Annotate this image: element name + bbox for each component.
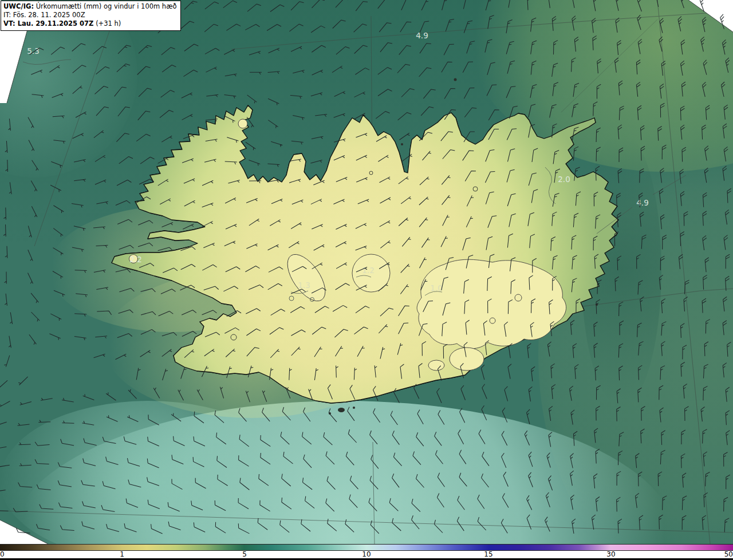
- colorbar-tick: 10: [362, 550, 371, 558]
- colorbar-tick: 0: [0, 550, 5, 558]
- colorbar-tick: 1: [120, 550, 124, 558]
- contour-label: 4.9: [416, 31, 428, 40]
- title-box: UWC/IG: Úrkomumætti (mm) og vindur i 100…: [1, 1, 181, 31]
- contour-label: 2.0: [558, 175, 570, 184]
- model-id: UWC/IG:: [3, 2, 34, 10]
- colorbar-tick: 15: [484, 550, 492, 558]
- contour-label: 2.2: [129, 255, 141, 264]
- colorbar-tick: 5: [242, 550, 247, 558]
- island-grimsey: [454, 78, 457, 81]
- init-time-line: IT: Fös. 28. 11. 2025 00Z: [3, 11, 177, 19]
- map-canvas: 5.34.92.04.92.21.31.21.0 UWC/IG: Úrkomum…: [0, 0, 733, 544]
- contour-label: 1.2: [362, 266, 374, 275]
- colorbar-tick: 50: [724, 550, 733, 558]
- title-line-model: UWC/IG: Úrkomumætti (mm) og vindur i 100…: [3, 2, 177, 11]
- contour-label: 5.3: [27, 46, 39, 56]
- contour-label: 1.3: [298, 281, 310, 290]
- island-heimaey: [338, 408, 345, 412]
- iceland-precip-wind-map: 5.34.92.04.92.21.31.21.0: [0, 0, 733, 544]
- glacier-eyjafjallajokull: [428, 360, 444, 370]
- weather-chart: 5.34.92.04.92.21.31.21.0 UWC/IG: Úrkomum…: [0, 0, 733, 560]
- contour-label: 1.0: [430, 283, 442, 293]
- valid-time-line: VT: Lau. 29.11.2025 07Z (+31 h): [3, 19, 177, 28]
- contour-label: 4.9: [636, 198, 648, 207]
- glacier-drangajokull: [238, 119, 247, 128]
- glacier-vatnajokull: [417, 259, 566, 349]
- glacier-myrdalsjokull: [450, 348, 484, 370]
- field-title: Úrkomumætti (mm) og vindur i 100m hæð: [36, 2, 177, 10]
- island: [353, 407, 355, 409]
- colorbar: 01510153050: [0, 544, 733, 560]
- colorbar-tick: 30: [606, 550, 615, 558]
- island-hrisey: [401, 143, 403, 145]
- colorbar-tick-labels: 01510153050: [0, 551, 733, 558]
